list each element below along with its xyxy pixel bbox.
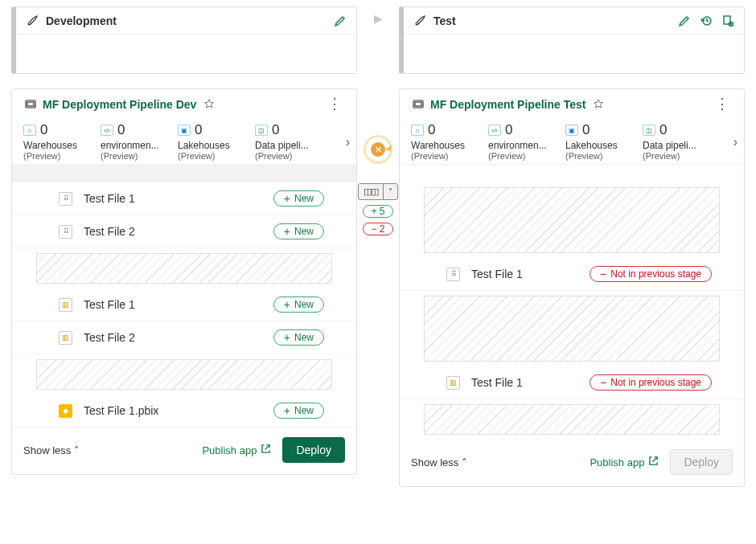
metrics-next[interactable]: › <box>346 135 350 149</box>
stage-title-text: Development <box>46 14 117 27</box>
items-list-test: ⠿Test File 1 −Not in previous stage ▥Tes… <box>400 182 744 440</box>
svg-rect-1 <box>27 102 34 106</box>
list-item[interactable]: ▥Test File 1 −Not in previous stage <box>400 366 744 399</box>
cancel-sync-icon: ✕ <box>371 142 385 157</box>
history-icon[interactable] <box>699 14 713 27</box>
compare-button[interactable]: ◫◫ ˅ <box>358 183 398 200</box>
rocket-icon <box>26 14 39 27</box>
arrow-right-icon: ▶ <box>374 12 383 25</box>
workspace-panel-dev: MF Deployment Pipeline Dev ⋮ ⌂0 Warehous… <box>11 88 357 475</box>
empty-placeholder <box>424 187 720 253</box>
stage-title-text: Test <box>433 14 456 27</box>
test-column: Test MF Deployment Pipelin <box>399 6 745 487</box>
metric-warehouses[interactable]: ⌂0 Warehouses (Preview) <box>23 122 94 161</box>
show-less-toggle[interactable]: Show less ˄ <box>23 444 80 456</box>
metrics-row: ⌂0 Warehouses (Preview) ‹/›0 environmen.… <box>400 116 744 165</box>
pipeline-icon: ◫ <box>255 125 268 136</box>
premium-icon <box>202 97 216 111</box>
compare-column: ▶ ✕ ◫◫ ˅ + 5 − 2 <box>358 6 398 235</box>
list-item[interactable]: ⠿Test File 2 +New <box>12 215 356 248</box>
warehouse-icon: ⌂ <box>411 125 424 136</box>
external-icon <box>648 456 659 468</box>
workspace-title: MF Deployment Pipeline Test <box>430 98 585 111</box>
status-new: +New <box>273 329 324 346</box>
metric-data-pipelines[interactable]: ◫0 Data pipeli... (Preview) <box>255 122 326 161</box>
list-item[interactable]: ⠿Test File 1 −Not in previous stage <box>400 258 744 291</box>
workspace-title: MF Deployment Pipeline Dev <box>43 98 196 111</box>
lakehouse-icon: ▣ <box>178 125 191 136</box>
metrics-next[interactable]: › <box>733 135 738 149</box>
compare-icon: ◫◫ <box>359 184 384 199</box>
rocket-icon <box>413 14 427 27</box>
status-new: +New <box>273 190 324 207</box>
sync-status-icon: ✕ <box>364 135 392 164</box>
dataset-icon: ⠿ <box>59 192 72 206</box>
svg-rect-6 <box>415 102 421 106</box>
empty-placeholder <box>424 296 720 362</box>
show-less-toggle[interactable]: Show less ˄ <box>411 456 467 468</box>
rules-icon[interactable] <box>721 14 734 27</box>
metric-lakehouses[interactable]: ▣0 Lakehouses (Preview) <box>565 122 636 161</box>
development-column: Development MF Deployment Pipeline Dev ⋮ <box>11 6 357 475</box>
workspace-panel-test: MF Deployment Pipeline Test ⋮ ⌂0 Warehou… <box>399 88 745 487</box>
empty-placeholder <box>36 253 332 284</box>
workspace-icon <box>411 97 425 111</box>
edit-icon[interactable] <box>677 14 691 27</box>
lakehouse-icon: ▣ <box>565 125 578 136</box>
more-menu[interactable]: ⋮ <box>324 99 345 109</box>
metrics-row: ⌂0 Warehouses (Preview) ‹/›0 environmen.… <box>12 116 356 165</box>
chevron-up-icon: ˄ <box>74 444 80 456</box>
dataset-icon: ⠿ <box>59 225 72 239</box>
warehouse-icon: ⌂ <box>23 125 36 136</box>
edit-icon[interactable] <box>333 14 347 27</box>
status-new: +New <box>273 403 324 419</box>
report-icon: ▥ <box>59 298 72 312</box>
status-missing: −Not in previous stage <box>590 266 712 282</box>
pipeline-icon: ◫ <box>643 125 655 136</box>
list-item[interactable]: ◆Test File 1.pbix +New <box>12 395 356 427</box>
environment-icon: ‹/› <box>488 125 501 136</box>
publish-app-link[interactable]: Publish app <box>590 456 659 468</box>
status-new: +New <box>273 297 324 313</box>
list-item[interactable]: ⠿Test File 1 +New <box>12 182 356 215</box>
premium-icon <box>591 97 605 111</box>
external-icon <box>261 444 271 456</box>
list-item[interactable]: ▥Test File 2 +New <box>12 321 356 354</box>
publish-app-link[interactable]: Publish app <box>202 444 271 456</box>
empty-placeholder <box>36 359 332 390</box>
stage-card-development: Development <box>11 6 357 74</box>
status-missing: −Not in previous stage <box>590 374 712 391</box>
chevron-down-icon[interactable]: ˅ <box>384 184 397 199</box>
report-icon: ▥ <box>59 331 72 345</box>
deploy-button: Deploy <box>670 449 733 475</box>
pbix-icon: ◆ <box>59 404 72 418</box>
chevron-up-icon: ˄ <box>462 456 467 468</box>
deploy-button[interactable]: Deploy <box>282 437 345 463</box>
stage-card-test: Test <box>399 6 745 74</box>
metric-data-pipelines[interactable]: ◫0 Data pipeli... (Preview) <box>643 122 713 161</box>
status-new: +New <box>273 223 324 239</box>
metric-lakehouses[interactable]: ▣0 Lakehouses (Preview) <box>178 122 249 161</box>
items-list-dev: ⠿Test File 1 +New ⠿Test File 2 +New ▥Tes… <box>12 182 356 427</box>
removed-count: − 2 <box>363 223 393 235</box>
added-count: + 5 <box>363 205 393 218</box>
metric-warehouses[interactable]: ⌂0 Warehouses (Preview) <box>411 122 482 161</box>
workspace-icon <box>23 97 37 111</box>
metric-environments[interactable]: ‹/›0 environmen... (Preview) <box>101 122 171 161</box>
environment-icon: ‹/› <box>101 125 113 136</box>
empty-placeholder <box>424 404 720 435</box>
metric-environments[interactable]: ‹/›0 environmen... (Preview) <box>488 122 559 161</box>
list-item[interactable]: ▥Test File 1 +New <box>12 288 356 321</box>
more-menu[interactable]: ⋮ <box>712 99 733 109</box>
dataset-icon: ⠿ <box>446 268 460 281</box>
report-icon: ▥ <box>446 376 460 390</box>
